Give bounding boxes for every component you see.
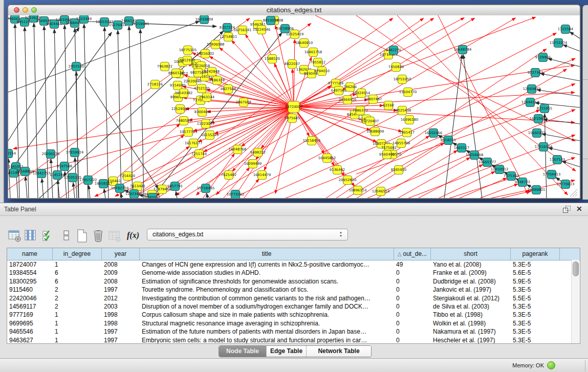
network-node[interactable]: 16033809: [195, 15, 213, 24]
network-node[interactable]: 20364416: [339, 96, 357, 104]
resize-grip-icon[interactable]: [573, 192, 577, 196]
network-node[interactable]: 15751074: [550, 39, 568, 48]
network-node[interactable]: 16396180: [401, 116, 419, 124]
network-node[interactable]: 22406088: [207, 40, 225, 49]
network-edge[interactable]: [562, 161, 580, 167]
network-node[interactable]: 16961758: [304, 48, 322, 57]
network-edge[interactable]: [459, 178, 507, 198]
network-edge[interactable]: [8, 21, 200, 92]
row-selection-icon[interactable]: [42, 229, 55, 243]
network-node[interactable]: 18751050: [394, 75, 411, 84]
network-node[interactable]: 16945862: [318, 154, 336, 163]
float-panel-icon[interactable]: [563, 206, 571, 213]
network-edge[interactable]: [89, 185, 90, 198]
network-node[interactable]: 8595950: [391, 166, 406, 174]
network-edge[interactable]: [543, 119, 580, 124]
table-row[interactable]: 911546021997Tourette syndrome. Phenomeno…: [7, 286, 580, 294]
network-edge[interactable]: [140, 29, 144, 198]
column-header-title[interactable]: title: [140, 248, 394, 260]
network-node[interactable]: 14016002: [197, 50, 214, 58]
network-node[interactable]: 7963822: [157, 62, 172, 71]
delete-column-icon[interactable]: [92, 229, 105, 243]
network-node[interactable]: 1588520: [265, 55, 280, 63]
network-edge[interactable]: [549, 148, 580, 155]
table-selector-dropdown[interactable]: citations_edges.txt ▲▼: [147, 229, 348, 240]
column-visibility-icon[interactable]: [25, 229, 38, 243]
network-edge[interactable]: [397, 158, 470, 198]
network-edge[interactable]: [438, 15, 528, 194]
row-height-icon[interactable]: [60, 229, 74, 243]
network-node[interactable]: 17359924: [66, 148, 84, 157]
network-edge[interactable]: [73, 183, 75, 198]
column-header-out_degree[interactable]: △out_de...: [394, 248, 431, 260]
network-node[interactable]: 18640910: [295, 39, 313, 48]
network-edge[interactable]: [545, 114, 547, 198]
table-row[interactable]: 946554611997Estimation of the future num…: [7, 327, 580, 336]
network-node[interactable]: 9227343: [528, 69, 543, 77]
network-edge[interactable]: [104, 189, 105, 198]
network-edge[interactable]: [84, 24, 88, 198]
network-node[interactable]: 1167533: [550, 156, 565, 164]
table-row[interactable]: 1456911722003Disruption of a novel membe…: [7, 302, 580, 311]
network-node[interactable]: 9197588: [57, 162, 72, 171]
table-row[interactable]: 1872400712008Changes of HCN gene express…: [7, 260, 580, 269]
network-edge[interactable]: [207, 193, 208, 198]
network-canvas[interactable]: 1872400718775105106491831616461291546908…: [8, 15, 580, 198]
network-edge[interactable]: [438, 171, 495, 198]
table-options-icon[interactable]: [8, 229, 21, 243]
network-window-titlebar[interactable]: citations_edges.txt: [8, 5, 580, 16]
vertical-scrollbar[interactable]: [571, 260, 579, 343]
column-header-name[interactable]: name: [7, 248, 53, 260]
table-row[interactable]: 977716911998Corpus callosum shape and si…: [7, 311, 580, 319]
network-node[interactable]: 10688609: [366, 127, 384, 136]
tab-network-table[interactable]: Network Table: [307, 346, 371, 357]
column-header-in_degree[interactable]: in_degree: [53, 248, 102, 260]
table-row[interactable]: 1830029562008Estimation of significance …: [7, 277, 580, 286]
network-edge[interactable]: [294, 39, 295, 107]
network-edge[interactable]: [244, 179, 259, 198]
network-node[interactable]: 2867608: [236, 98, 251, 107]
network-edge[interactable]: [26, 177, 27, 198]
network-edge[interactable]: [499, 191, 531, 198]
network-node[interactable]: 7480583: [176, 117, 191, 125]
close-panel-icon[interactable]: ✕: [576, 205, 582, 213]
network-node[interactable]: 12529595: [171, 105, 189, 114]
network-edge[interactable]: [407, 135, 575, 198]
network-edge[interactable]: [85, 77, 159, 189]
column-header-pagerank[interactable]: pagerank: [511, 248, 560, 260]
network-edge[interactable]: [136, 107, 294, 196]
network-node[interactable]: 10025438: [394, 106, 411, 115]
network-node[interactable]: 16914479: [253, 171, 271, 180]
network-node[interactable]: 10577713: [180, 128, 198, 137]
column-header-year[interactable]: year: [102, 248, 140, 260]
network-node[interactable]: 9129966: [535, 53, 551, 62]
network-node[interactable]: 8357224: [220, 24, 235, 32]
network-node[interactable]: 16756141: [234, 26, 252, 35]
network-node[interactable]: 20206576: [42, 150, 60, 159]
network-node[interactable]: 7625402: [221, 171, 236, 180]
network-edge[interactable]: [51, 159, 53, 198]
network-edge[interactable]: [570, 32, 580, 38]
network-node[interactable]: 9339154: [8, 149, 16, 158]
network-node[interactable]: 20952810: [339, 176, 357, 185]
network-node[interactable]: 16176177: [185, 139, 203, 148]
network-edge[interactable]: [479, 184, 518, 198]
network-node[interactable]: 19204668: [466, 151, 484, 160]
network-node[interactable]: 12046553: [372, 187, 390, 196]
table-row[interactable]: 946362711997Embryonic stem cells: a mode…: [7, 336, 580, 344]
network-node[interactable]: 9827508: [221, 85, 236, 94]
network-edge[interactable]: [548, 58, 580, 67]
table-row[interactable]: 1938455462009Genome-wide association stu…: [7, 269, 580, 277]
table-row[interactable]: 2242004622012Investigating the contribut…: [7, 294, 580, 302]
network-edge[interactable]: [540, 74, 580, 81]
network-node[interactable]: 62160: [383, 101, 394, 110]
memory-ok-indicator[interactable]: [547, 361, 555, 369]
network-edge[interactable]: [118, 30, 121, 198]
network-node[interactable]: 7955812: [310, 58, 325, 67]
network-node[interactable]: 15692971: [528, 129, 546, 138]
import-table-icon[interactable]: [108, 229, 122, 243]
network-edge[interactable]: [563, 45, 580, 51]
tab-node-table[interactable]: Node Table: [219, 346, 267, 357]
network-node[interactable]: 2053100: [69, 62, 84, 71]
network-node[interactable]: 12770613: [557, 180, 575, 189]
